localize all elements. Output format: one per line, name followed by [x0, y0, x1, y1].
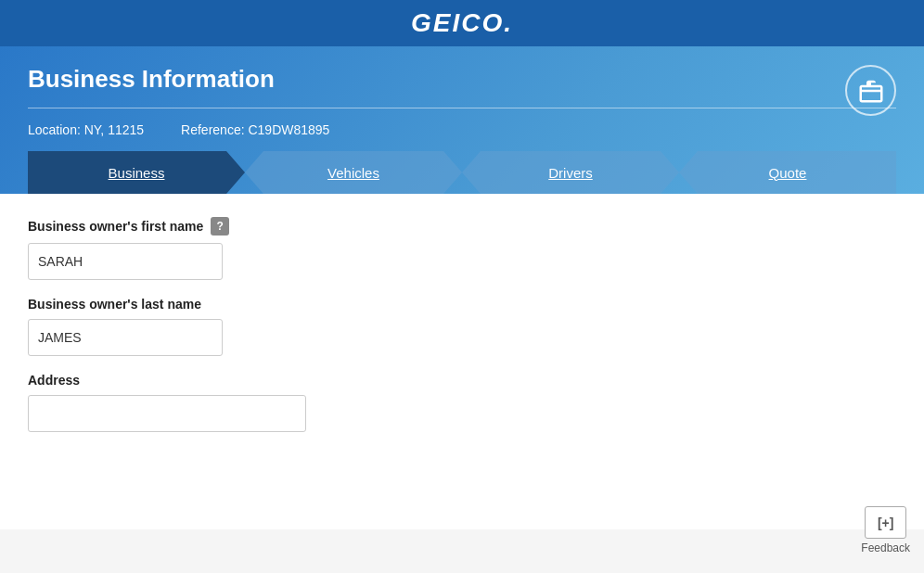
page-title: Business Information [28, 65, 896, 94]
feedback-label: Feedback [861, 541, 910, 554]
last-name-label: Business owner's last name [28, 297, 896, 312]
geico-logo: GEICO. [411, 8, 513, 38]
header-section: Business Information Location: NY, 11215… [0, 46, 924, 194]
tab-navigation: Business Vehicles Drivers Quote [28, 151, 896, 194]
last-name-input[interactable] [28, 319, 223, 356]
location-text: Location: NY, 11215 [28, 122, 144, 137]
address-label: Address [28, 373, 896, 388]
feedback-icon: [+] [865, 506, 906, 539]
first-name-input[interactable] [28, 243, 223, 280]
tab-business[interactable]: Business [28, 151, 245, 194]
main-content: Business owner's first name ? Business o… [0, 194, 924, 529]
first-name-help-icon[interactable]: ? [211, 217, 229, 236]
top-navigation: GEICO. [0, 0, 924, 46]
first-name-label: Business owner's first name ? [28, 217, 896, 236]
briefcase-icon [857, 77, 885, 105]
tab-vehicles[interactable]: Vehicles [245, 151, 462, 194]
location-reference-row: Location: NY, 11215 Reference: C19DW8189… [28, 122, 896, 151]
header-divider [28, 108, 896, 108]
briefcase-icon-button[interactable] [845, 65, 896, 116]
reference-text: Reference: C19DW81895 [181, 122, 329, 137]
feedback-button[interactable]: [+] Feedback [861, 506, 910, 554]
address-input[interactable] [28, 395, 306, 432]
tab-drivers[interactable]: Drivers [462, 151, 679, 194]
tab-quote[interactable]: Quote [679, 151, 896, 194]
